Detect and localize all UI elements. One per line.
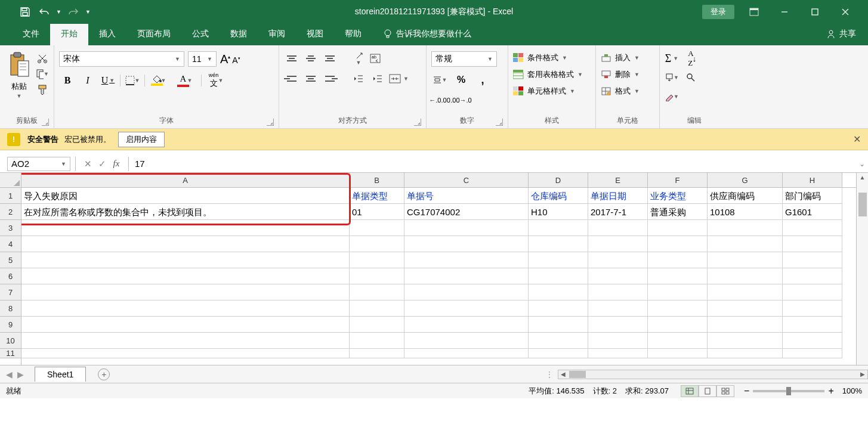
cell[interactable] (21, 252, 350, 268)
tab-formulas[interactable]: 公式 (181, 24, 220, 45)
formula-input[interactable]: 17 (128, 157, 856, 171)
fill-color-button[interactable]: ▼ (149, 73, 165, 88)
ribbon-options-icon[interactable] (743, 3, 765, 21)
delete-cells-button[interactable]: 删除▼ (601, 68, 654, 81)
row-header[interactable]: 3 (0, 220, 21, 236)
align-bottom-icon[interactable] (322, 51, 338, 66)
cell[interactable] (708, 268, 783, 284)
add-sheet-button[interactable]: + (98, 368, 110, 380)
wrap-text-button[interactable]: ab (370, 54, 381, 63)
formula-cancel-icon[interactable]: ✕ (81, 157, 95, 171)
cell[interactable] (783, 252, 842, 268)
login-button[interactable]: 登录 (702, 5, 734, 19)
copy-icon[interactable]: ▼ (36, 68, 49, 80)
close-icon[interactable] (835, 3, 856, 21)
cell[interactable]: G1601 (783, 204, 842, 220)
row-header[interactable]: 8 (0, 301, 21, 317)
cell[interactable] (350, 268, 404, 284)
tab-file[interactable]: 文件 (12, 24, 50, 45)
cell[interactable] (708, 220, 783, 236)
cell[interactable] (350, 236, 404, 252)
merge-center-button[interactable]: ▼ (389, 74, 409, 83)
sort-filter-icon[interactable]: AZ↓ (684, 51, 698, 66)
column-header[interactable]: A (21, 173, 350, 187)
cell[interactable] (21, 284, 350, 301)
cell[interactable] (529, 284, 588, 301)
format-cells-button[interactable]: 格式▼ (601, 85, 654, 98)
view-page-layout-icon[interactable] (699, 385, 716, 397)
clipboard-launcher[interactable] (42, 119, 49, 126)
sheet-tab[interactable]: Sheet1 (35, 367, 86, 382)
cell[interactable] (404, 220, 529, 236)
save-icon[interactable] (18, 5, 32, 19)
cell[interactable] (350, 333, 404, 349)
cell[interactable] (783, 349, 842, 358)
clear-icon[interactable]: ▼ (665, 89, 679, 104)
tab-split-handle[interactable]: ⋮ (541, 370, 558, 379)
cell[interactable] (350, 252, 404, 268)
decrease-font-icon[interactable]: A▾ (232, 55, 240, 65)
decrease-decimal-icon[interactable]: .00→.0 (453, 93, 469, 107)
cell[interactable] (529, 268, 588, 284)
column-header[interactable]: E (588, 173, 648, 187)
format-painter-icon[interactable] (36, 83, 49, 95)
maximize-icon[interactable] (804, 3, 826, 21)
tab-data[interactable]: 数据 (220, 24, 258, 45)
view-normal-icon[interactable] (681, 385, 699, 397)
decrease-indent-icon[interactable] (351, 72, 366, 86)
row-header[interactable]: 6 (0, 268, 21, 284)
row-header[interactable]: 4 (0, 236, 21, 252)
column-header[interactable]: D (529, 173, 588, 187)
vertical-scrollbar[interactable]: ▲ (856, 173, 868, 365)
cell[interactable] (529, 349, 588, 358)
formula-expand-icon[interactable]: ⌄ (856, 160, 868, 168)
cell[interactable]: 单据类型 (350, 188, 404, 204)
cell[interactable] (350, 284, 404, 301)
increase-decimal-icon[interactable]: ←.0.00 (431, 93, 448, 107)
border-button[interactable]: ▼ (124, 73, 141, 88)
number-launcher[interactable] (496, 119, 503, 126)
cell[interactable] (648, 301, 708, 317)
tab-review[interactable]: 审阅 (258, 24, 296, 45)
font-name-select[interactable]: 宋体▼ (59, 51, 184, 67)
cell[interactable] (783, 268, 842, 284)
cell[interactable] (648, 317, 708, 333)
cell[interactable] (404, 349, 529, 358)
cell[interactable] (783, 284, 842, 301)
column-header[interactable]: B (350, 173, 404, 187)
cell[interactable]: H10 (529, 204, 588, 220)
cell[interactable]: 2017-7-1 (588, 204, 648, 220)
increase-indent-icon[interactable] (370, 72, 385, 86)
font-launcher[interactable] (267, 119, 274, 126)
zoom-level[interactable]: 100% (842, 386, 862, 395)
cell[interactable] (21, 236, 350, 252)
conditional-format-button[interactable]: 条件格式▼ (513, 51, 591, 64)
cell[interactable] (588, 284, 648, 301)
cell[interactable] (350, 349, 404, 358)
bold-button[interactable]: B (59, 73, 76, 88)
column-header[interactable]: F (648, 173, 708, 187)
cell[interactable] (350, 220, 404, 236)
cell[interactable] (708, 301, 783, 317)
cell-styles-button[interactable]: 单元格样式▼ (513, 85, 591, 98)
accounting-format-icon[interactable]: ▼ (431, 73, 448, 87)
font-color-button[interactable]: A▼ (175, 73, 191, 88)
tab-view[interactable]: 视图 (296, 24, 334, 45)
row-header[interactable]: 7 (0, 284, 21, 301)
cell[interactable] (708, 349, 783, 358)
cell[interactable] (21, 349, 350, 358)
formula-enter-icon[interactable]: ✓ (95, 157, 109, 171)
insert-cells-button[interactable]: 插入▼ (601, 51, 654, 64)
font-size-select[interactable]: 11▼ (188, 51, 217, 67)
column-header[interactable]: G (708, 173, 783, 187)
paste-button[interactable]: 粘贴 ▼ (5, 50, 33, 100)
comma-icon[interactable]: , (474, 73, 491, 87)
cell[interactable] (708, 317, 783, 333)
tab-page-layout[interactable]: 页面布局 (126, 24, 181, 45)
cell[interactable] (404, 236, 529, 252)
cell[interactable] (708, 284, 783, 301)
cell[interactable] (588, 268, 648, 284)
cell[interactable]: 业务类型 (648, 188, 708, 204)
align-middle-icon[interactable] (303, 51, 319, 66)
select-all-corner[interactable] (0, 173, 21, 188)
